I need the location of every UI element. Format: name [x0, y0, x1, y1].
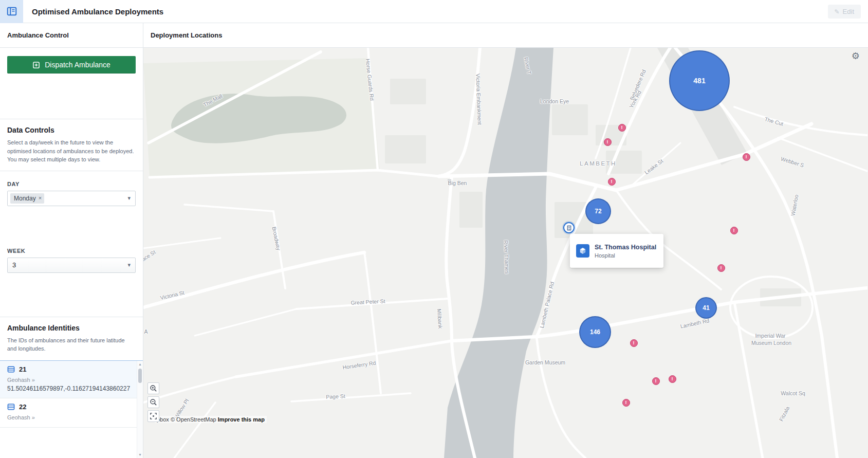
- app-window: Optimised Ambulance Deployments ✎ Edit A…: [0, 0, 868, 458]
- popup-title: St. Thomas Hospital: [595, 243, 656, 251]
- ambulance-list-item[interactable]: 22 Geohash »: [0, 398, 137, 428]
- alert-marker[interactable]: !: [608, 178, 616, 186]
- improve-map-link[interactable]: Improve this map: [218, 416, 265, 423]
- week-select-value: 3: [12, 261, 16, 269]
- ambulance-cluster-marker[interactable]: 146: [579, 316, 611, 348]
- alert-marker[interactable]: !: [622, 399, 630, 407]
- geohash-value: 51.50246116579897,-0.11627194143860227: [7, 384, 132, 393]
- ambulance-object-icon: [7, 403, 15, 411]
- week-field-label: WEEK: [7, 248, 136, 254]
- day-field-label: DAY: [7, 181, 136, 187]
- sidebar-ambulance-control: Ambulance Control Dispatch Ambulance Dat…: [0, 23, 143, 458]
- day-tag-monday: Monday ×: [10, 193, 44, 204]
- geohash-label: Geohash »: [7, 414, 132, 420]
- ambulance-list: 21 Geohash » 51.50246116579897,-0.116271…: [0, 360, 143, 458]
- remove-day-icon[interactable]: ×: [39, 195, 42, 201]
- data-controls-title: Data Controls: [7, 126, 136, 134]
- alert-marker[interactable]: !: [604, 138, 612, 146]
- alert-marker[interactable]: !: [630, 339, 638, 347]
- scrollbar-track[interactable]: [137, 368, 143, 452]
- deployment-locations-panel: Deployment Locations: [143, 23, 868, 458]
- geohash-label: Geohash »: [7, 377, 132, 383]
- square-plus-icon: [32, 61, 40, 69]
- ambulance-object-icon: [7, 365, 15, 373]
- dispatch-ambulance-button[interactable]: Dispatch Ambulance: [7, 56, 136, 74]
- day-multiselect[interactable]: Monday × ▾: [7, 191, 136, 206]
- pencil-icon: ✎: [835, 8, 840, 15]
- fit-extent-icon: [150, 412, 157, 420]
- chevron-down-icon: ▾: [127, 195, 131, 201]
- zoom-out-button[interactable]: [147, 396, 159, 408]
- panel-icon: [6, 6, 17, 17]
- hospital-popup[interactable]: St. Thomas Hospital Hospital: [570, 234, 663, 268]
- magnifier-minus-icon: [150, 398, 157, 406]
- page-title: Optimised Ambulance Deployments: [32, 7, 163, 16]
- ambulance-identities-description: The IDs of ambulances and their future l…: [7, 336, 136, 353]
- data-controls-description: Select a day/week in the future to view …: [7, 138, 136, 164]
- alert-marker[interactable]: !: [743, 153, 750, 161]
- day-tag-label: Monday: [14, 195, 36, 202]
- alert-marker[interactable]: !: [730, 227, 738, 234]
- popup-subtitle: Hospital: [595, 252, 656, 259]
- magnifier-plus-icon: [150, 384, 157, 392]
- dispatch-button-label: Dispatch Ambulance: [45, 61, 110, 69]
- alert-marker[interactable]: !: [652, 377, 660, 385]
- hospital-building-icon: [566, 225, 572, 231]
- ambulance-id: 21: [19, 365, 26, 373]
- alert-marker[interactable]: !: [717, 264, 725, 272]
- edit-button-label: Edit: [843, 8, 854, 15]
- zoom-in-button[interactable]: [147, 382, 159, 394]
- map-attribution: pbox © OpenStreetMap Improve this map: [155, 416, 267, 423]
- alert-marker[interactable]: !: [669, 375, 676, 383]
- attribution-text: pbox © OpenStreetMap: [157, 416, 216, 423]
- ambulance-list-item[interactable]: 21 Geohash » 51.50246116579897,-0.116271…: [0, 361, 137, 399]
- big-ben-marker: [448, 179, 451, 183]
- week-select[interactable]: 3 ▾: [7, 258, 136, 273]
- scrollbar-thumb[interactable]: [138, 369, 142, 383]
- workshop-panel-icon[interactable]: [0, 0, 23, 23]
- scroll-up-icon[interactable]: ▴: [139, 361, 141, 368]
- ambulance-id: 22: [19, 403, 26, 411]
- ambulance-cluster-marker[interactable]: 41: [695, 297, 717, 319]
- main-title: Deployment Locations: [143, 23, 868, 48]
- map-canvas[interactable]: The MallHorse Guards RdVictoria Embankme…: [143, 48, 868, 458]
- edit-button[interactable]: ✎ Edit: [828, 5, 861, 19]
- object-cube-icon: [576, 244, 589, 258]
- app-header: Optimised Ambulance Deployments ✎ Edit: [0, 0, 868, 23]
- scroll-down-icon[interactable]: ▾: [139, 451, 141, 458]
- list-scrollbar[interactable]: ▴ ▾: [137, 361, 143, 458]
- fit-bounds-button[interactable]: [147, 410, 159, 422]
- map-settings-gear-icon[interactable]: ⚙: [848, 51, 863, 61]
- map-base-layer: [143, 48, 867, 458]
- ambulance-cluster-marker[interactable]: 481: [669, 50, 730, 111]
- chevron-down-icon: ▾: [127, 262, 131, 268]
- sidebar-title: Ambulance Control: [0, 23, 143, 48]
- ambulance-cluster-marker[interactable]: 72: [585, 198, 611, 224]
- alert-marker[interactable]: !: [618, 124, 626, 132]
- hospital-marker[interactable]: [563, 222, 575, 233]
- ambulance-identities-title: Ambulance Identities: [7, 324, 136, 332]
